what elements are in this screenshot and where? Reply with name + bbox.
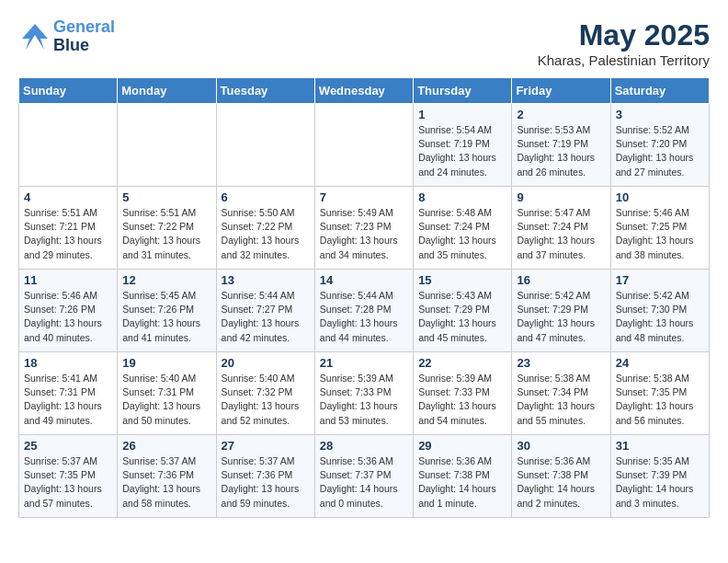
day-cell <box>19 104 118 187</box>
day-info: Sunrise: 5:52 AM Sunset: 7:20 PM Dayligh… <box>616 123 704 179</box>
weekday-header-thursday: Thursday <box>414 78 512 104</box>
day-number: 18 <box>24 356 112 370</box>
day-info: Sunrise: 5:40 AM Sunset: 7:31 PM Dayligh… <box>122 372 210 428</box>
page-header: General Blue May 2025 Kharas, Palestinia… <box>18 18 710 68</box>
day-info: Sunrise: 5:39 AM Sunset: 7:33 PM Dayligh… <box>418 372 506 428</box>
day-cell: 28Sunrise: 5:36 AM Sunset: 7:37 PM Dayli… <box>314 435 413 518</box>
day-info: Sunrise: 5:36 AM Sunset: 7:38 PM Dayligh… <box>517 454 605 511</box>
day-info: Sunrise: 5:46 AM Sunset: 7:25 PM Dayligh… <box>616 206 704 262</box>
day-number: 5 <box>122 190 210 204</box>
day-cell: 17Sunrise: 5:42 AM Sunset: 7:30 PM Dayli… <box>610 270 709 352</box>
weekday-header-wednesday: Wednesday <box>314 78 413 104</box>
day-number: 20 <box>222 356 310 370</box>
day-info: Sunrise: 5:51 AM Sunset: 7:22 PM Dayligh… <box>122 206 210 262</box>
day-cell <box>216 104 314 187</box>
day-info: Sunrise: 5:49 AM Sunset: 7:23 PM Dayligh… <box>320 206 408 262</box>
day-number: 9 <box>517 190 605 204</box>
day-number: 31 <box>616 439 704 453</box>
day-cell: 5Sunrise: 5:51 AM Sunset: 7:22 PM Daylig… <box>118 187 216 270</box>
day-info: Sunrise: 5:42 AM Sunset: 7:29 PM Dayligh… <box>517 289 605 345</box>
day-number: 19 <box>122 356 210 370</box>
day-number: 16 <box>517 273 605 287</box>
day-cell: 6Sunrise: 5:50 AM Sunset: 7:22 PM Daylig… <box>216 187 314 270</box>
day-cell: 9Sunrise: 5:47 AM Sunset: 7:24 PM Daylig… <box>512 187 610 270</box>
day-number: 23 <box>517 356 605 370</box>
day-number: 27 <box>222 439 310 453</box>
day-info: Sunrise: 5:44 AM Sunset: 7:28 PM Dayligh… <box>320 289 408 345</box>
day-cell: 8Sunrise: 5:48 AM Sunset: 7:24 PM Daylig… <box>414 187 512 270</box>
day-cell: 7Sunrise: 5:49 AM Sunset: 7:23 PM Daylig… <box>314 187 413 270</box>
day-cell: 27Sunrise: 5:37 AM Sunset: 7:36 PM Dayli… <box>216 435 314 518</box>
day-number: 24 <box>616 356 704 370</box>
weekday-header-sunday: Sunday <box>19 78 118 104</box>
day-number: 11 <box>24 273 112 287</box>
day-number: 6 <box>222 190 310 204</box>
day-cell: 4Sunrise: 5:51 AM Sunset: 7:21 PM Daylig… <box>19 187 118 270</box>
day-cell: 23Sunrise: 5:38 AM Sunset: 7:34 PM Dayli… <box>512 352 610 435</box>
day-number: 7 <box>320 190 408 204</box>
day-info: Sunrise: 5:41 AM Sunset: 7:31 PM Dayligh… <box>24 372 112 428</box>
week-row-4: 18Sunrise: 5:41 AM Sunset: 7:31 PM Dayli… <box>19 352 710 435</box>
weekday-header-saturday: Saturday <box>610 78 709 104</box>
day-cell: 14Sunrise: 5:44 AM Sunset: 7:28 PM Dayli… <box>314 270 413 352</box>
week-row-3: 11Sunrise: 5:46 AM Sunset: 7:26 PM Dayli… <box>19 270 710 352</box>
title-block: May 2025 Kharas, Palestinian Territory <box>538 18 710 68</box>
day-info: Sunrise: 5:48 AM Sunset: 7:24 PM Dayligh… <box>418 206 506 262</box>
day-info: Sunrise: 5:53 AM Sunset: 7:19 PM Dayligh… <box>517 123 605 179</box>
day-number: 14 <box>320 273 408 287</box>
day-number: 17 <box>616 273 704 287</box>
day-cell: 25Sunrise: 5:37 AM Sunset: 7:35 PM Dayli… <box>19 435 118 518</box>
weekday-header-row: SundayMondayTuesdayWednesdayThursdayFrid… <box>19 78 710 104</box>
weekday-header-monday: Monday <box>118 78 216 104</box>
day-info: Sunrise: 5:44 AM Sunset: 7:27 PM Dayligh… <box>222 289 310 345</box>
day-cell: 1Sunrise: 5:54 AM Sunset: 7:19 PM Daylig… <box>414 104 512 187</box>
day-info: Sunrise: 5:46 AM Sunset: 7:26 PM Dayligh… <box>24 289 112 345</box>
day-number: 13 <box>222 273 310 287</box>
day-info: Sunrise: 5:37 AM Sunset: 7:36 PM Dayligh… <box>222 454 310 511</box>
location-subtitle: Kharas, Palestinian Territory <box>538 52 710 68</box>
day-number: 1 <box>418 108 506 121</box>
day-info: Sunrise: 5:35 AM Sunset: 7:39 PM Dayligh… <box>616 454 704 511</box>
day-number: 4 <box>24 190 112 204</box>
day-cell: 12Sunrise: 5:45 AM Sunset: 7:26 PM Dayli… <box>118 270 216 352</box>
day-cell: 15Sunrise: 5:43 AM Sunset: 7:29 PM Dayli… <box>414 270 512 352</box>
day-cell: 20Sunrise: 5:40 AM Sunset: 7:32 PM Dayli… <box>216 352 314 435</box>
day-number: 2 <box>517 108 605 121</box>
day-info: Sunrise: 5:51 AM Sunset: 7:21 PM Dayligh… <box>24 206 112 262</box>
day-info: Sunrise: 5:45 AM Sunset: 7:26 PM Dayligh… <box>122 289 210 345</box>
day-info: Sunrise: 5:37 AM Sunset: 7:36 PM Dayligh… <box>122 454 210 511</box>
day-number: 15 <box>418 273 506 287</box>
logo: General Blue <box>18 18 115 55</box>
week-row-2: 4Sunrise: 5:51 AM Sunset: 7:21 PM Daylig… <box>19 187 710 270</box>
day-cell: 11Sunrise: 5:46 AM Sunset: 7:26 PM Dayli… <box>19 270 118 352</box>
weekday-header-friday: Friday <box>512 78 610 104</box>
month-title: May 2025 <box>538 18 710 52</box>
day-info: Sunrise: 5:36 AM Sunset: 7:37 PM Dayligh… <box>320 454 408 511</box>
weekday-header-tuesday: Tuesday <box>216 78 314 104</box>
day-number: 12 <box>122 273 210 287</box>
logo-text: General Blue <box>53 18 115 55</box>
day-info: Sunrise: 5:38 AM Sunset: 7:35 PM Dayligh… <box>616 372 704 428</box>
day-info: Sunrise: 5:47 AM Sunset: 7:24 PM Dayligh… <box>517 206 605 262</box>
day-cell: 10Sunrise: 5:46 AM Sunset: 7:25 PM Dayli… <box>610 187 709 270</box>
logo-icon <box>18 20 51 53</box>
day-cell <box>314 104 413 187</box>
day-info: Sunrise: 5:37 AM Sunset: 7:35 PM Dayligh… <box>24 454 112 511</box>
week-row-5: 25Sunrise: 5:37 AM Sunset: 7:35 PM Dayli… <box>19 435 710 518</box>
day-number: 10 <box>616 190 704 204</box>
day-info: Sunrise: 5:39 AM Sunset: 7:33 PM Dayligh… <box>320 372 408 428</box>
day-cell: 29Sunrise: 5:36 AM Sunset: 7:38 PM Dayli… <box>414 435 512 518</box>
day-cell: 13Sunrise: 5:44 AM Sunset: 7:27 PM Dayli… <box>216 270 314 352</box>
calendar-table: SundayMondayTuesdayWednesdayThursdayFrid… <box>18 77 710 518</box>
day-cell <box>118 104 216 187</box>
day-cell: 26Sunrise: 5:37 AM Sunset: 7:36 PM Dayli… <box>118 435 216 518</box>
day-cell: 31Sunrise: 5:35 AM Sunset: 7:39 PM Dayli… <box>610 435 709 518</box>
day-info: Sunrise: 5:40 AM Sunset: 7:32 PM Dayligh… <box>222 372 310 428</box>
day-info: Sunrise: 5:42 AM Sunset: 7:30 PM Dayligh… <box>616 289 704 345</box>
day-info: Sunrise: 5:50 AM Sunset: 7:22 PM Dayligh… <box>222 206 310 262</box>
day-number: 29 <box>418 439 506 453</box>
day-number: 26 <box>122 439 210 453</box>
day-cell: 18Sunrise: 5:41 AM Sunset: 7:31 PM Dayli… <box>19 352 118 435</box>
day-cell: 24Sunrise: 5:38 AM Sunset: 7:35 PM Dayli… <box>610 352 709 435</box>
day-cell: 22Sunrise: 5:39 AM Sunset: 7:33 PM Dayli… <box>414 352 512 435</box>
